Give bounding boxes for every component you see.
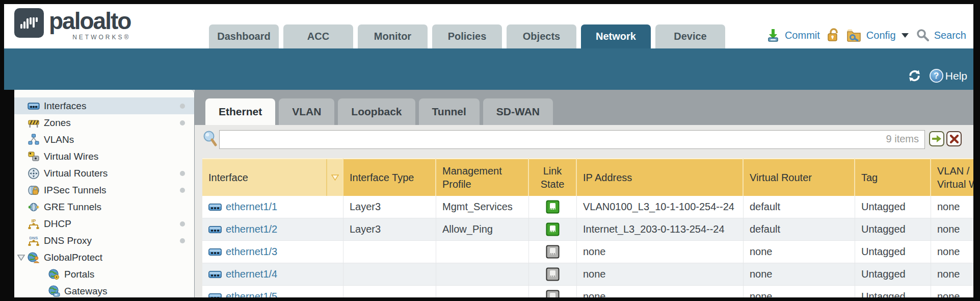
apply-filter-button[interactable] xyxy=(929,131,944,146)
lock-icon[interactable] xyxy=(827,28,840,42)
globalprotect-icon xyxy=(28,252,40,264)
header-utilities: Commit C xyxy=(766,26,966,45)
status-dot xyxy=(180,221,185,227)
filter-row: 9 items xyxy=(4,125,973,158)
sidebar-item-dns-proxy[interactable]: DNS DNS Proxy xyxy=(14,232,194,249)
brand-name: paloalto xyxy=(49,8,130,34)
tab-device[interactable]: Device xyxy=(655,24,725,48)
interfaces-icon xyxy=(28,100,40,112)
network-sidebar: Interfaces Zones VLANs xyxy=(14,90,195,297)
tab-policies[interactable]: Policies xyxy=(432,24,502,48)
sidebar-item-globalprotect[interactable]: GlobalProtect xyxy=(14,249,194,266)
clear-filter-button[interactable] xyxy=(946,131,962,146)
sort-caret-icon xyxy=(331,174,339,181)
col-header-tag[interactable]: Tag xyxy=(855,158,931,196)
subtab-sdwan[interactable]: SD-WAN xyxy=(483,98,553,125)
refresh-icon[interactable] xyxy=(908,69,921,82)
main-nav: Dashboard ACC Monitor Policies Objects N… xyxy=(209,24,725,48)
commit-button[interactable]: Commit xyxy=(785,30,820,41)
column-menu-trigger[interactable] xyxy=(326,159,342,196)
table-row: ethernet1/2 Layer3 Allow_Ping Internet_L… xyxy=(202,218,973,241)
col-header-interface[interactable]: Interface xyxy=(202,158,343,196)
left-frame-strip xyxy=(4,90,14,297)
ethernet-interface-icon xyxy=(208,204,222,211)
tab-objects[interactable]: Objects xyxy=(507,24,576,48)
search-button[interactable]: Search xyxy=(934,30,966,41)
subtab-tunnel[interactable]: Tunnel xyxy=(419,98,480,125)
table-row: ethernet1/5 none none Untagged none xyxy=(202,286,973,297)
gateways-icon xyxy=(48,285,60,297)
config-icon xyxy=(846,29,862,42)
top-header: paloalto NETWORKS® Dashboard ACC Monitor… xyxy=(4,4,973,48)
screenshot-frame: paloalto NETWORKS® Dashboard ACC Monitor… xyxy=(0,0,980,301)
tab-monitor[interactable]: Monitor xyxy=(358,24,428,48)
virtual-routers-icon xyxy=(28,167,40,180)
brand-subname: NETWORKS® xyxy=(49,34,130,41)
table-row: ethernet1/1 Layer3 Mgmt_Services VLAN010… xyxy=(202,196,973,218)
interface-link[interactable]: ethernet1/4 xyxy=(226,268,277,280)
col-header-interface-type[interactable]: Interface Type xyxy=(343,158,436,196)
portals-icon xyxy=(48,268,60,281)
subtab-band: Ethernet VLAN Loopback Tunnel SD-WAN xyxy=(195,90,973,125)
sidebar-item-interfaces[interactable]: Interfaces xyxy=(14,97,194,114)
interface-subtabs: Ethernet VLAN Loopback Tunnel SD-WAN xyxy=(205,98,553,125)
link-state-down-icon[interactable] xyxy=(546,267,560,281)
tab-acc[interactable]: ACC xyxy=(283,24,353,48)
svg-text:IP: IP xyxy=(32,218,36,223)
panos-web-ui: paloalto NETWORKS® Dashboard ACC Monitor… xyxy=(4,4,973,297)
ipsec-tunnels-icon xyxy=(28,184,40,196)
ethernet-interface-icon xyxy=(208,293,222,298)
gre-tunnels-icon xyxy=(28,201,40,213)
sidebar-item-virtual-routers[interactable]: Virtual Routers xyxy=(14,165,194,182)
status-dot xyxy=(180,120,185,126)
paloalto-logo: paloalto NETWORKS® xyxy=(14,8,130,41)
dns-proxy-icon: DNS xyxy=(28,235,40,247)
filter-search-icon xyxy=(202,130,218,147)
ethernet-interfaces-table: Interface Interface Type Management Prof… xyxy=(202,158,973,297)
sidebar-item-portals[interactable]: Portals xyxy=(14,266,194,283)
status-dot xyxy=(180,104,185,109)
ethernet-interface-icon xyxy=(208,226,222,233)
table-row: ethernet1/4 none none Untagged none xyxy=(202,263,973,286)
status-dot xyxy=(180,238,185,243)
interface-link[interactable]: ethernet1/2 xyxy=(226,223,277,235)
sidebar-item-dhcp[interactable]: IP DHCP xyxy=(14,215,194,232)
expander-triangle-icon[interactable] xyxy=(17,255,25,261)
tab-dashboard[interactable]: Dashboard xyxy=(209,24,279,48)
table-header-row: Interface Interface Type Management Prof… xyxy=(202,158,973,196)
interface-link[interactable]: ethernet1/3 xyxy=(226,246,277,258)
link-state-down-icon[interactable] xyxy=(546,290,560,297)
col-header-link-state[interactable]: Link State xyxy=(529,158,577,196)
col-header-vlan-virtual-wire[interactable]: VLAN / Virtual Wire xyxy=(931,158,973,196)
config-button[interactable]: Config xyxy=(866,30,896,41)
svg-text:DNS: DNS xyxy=(30,236,39,240)
col-header-virtual-router[interactable]: Virtual Router xyxy=(744,158,855,196)
status-dot xyxy=(180,188,185,193)
commit-icon xyxy=(766,28,780,42)
status-dot xyxy=(180,171,185,176)
sidebar-item-gateways[interactable]: Gateways xyxy=(14,283,194,297)
help-icon[interactable]: ? xyxy=(930,69,943,83)
ethernet-interface-icon xyxy=(208,248,222,256)
subtab-ethernet[interactable]: Ethernet xyxy=(205,98,275,125)
sidebar-item-ipsec-tunnels[interactable]: IPSec Tunnels xyxy=(14,182,194,198)
col-header-ip-address[interactable]: IP Address xyxy=(577,158,744,196)
filter-input[interactable] xyxy=(219,130,925,149)
link-state-down-icon[interactable] xyxy=(546,245,560,259)
interface-link[interactable]: ethernet1/1 xyxy=(226,201,277,213)
interface-link[interactable]: ethernet1/5 xyxy=(226,291,277,297)
secondary-bar: ? Help xyxy=(4,48,973,90)
subtab-loopback[interactable]: Loopback xyxy=(338,98,415,125)
table-row: ethernet1/3 none none Untagged none xyxy=(202,241,973,263)
config-dropdown-caret-icon[interactable] xyxy=(902,33,909,38)
search-icon xyxy=(916,29,930,42)
sidebar-item-gre-tunnels[interactable]: GRE Tunnels xyxy=(14,198,194,215)
ethernet-interface-icon xyxy=(208,271,222,278)
dhcp-icon: IP xyxy=(28,218,40,230)
link-state-up-icon[interactable] xyxy=(546,200,560,214)
tab-network[interactable]: Network xyxy=(581,24,651,48)
subtab-vlan[interactable]: VLAN xyxy=(279,98,334,125)
col-header-management-profile[interactable]: Management Profile xyxy=(436,158,529,196)
help-label[interactable]: Help xyxy=(945,70,967,82)
link-state-up-icon[interactable] xyxy=(546,222,560,236)
